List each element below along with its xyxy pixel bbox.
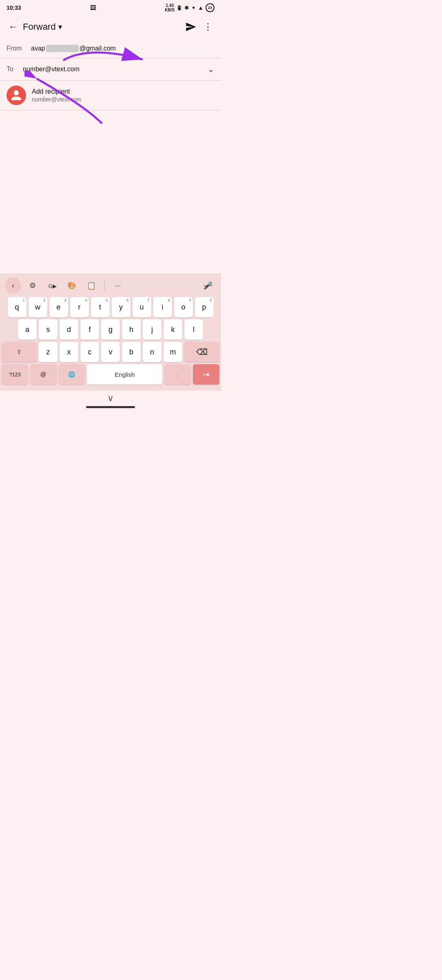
status-bar: 10:33 🖼 1.43 KB/S 📳 ✱ ▼ ▲ 23 xyxy=(0,0,221,15)
keyboard-clipboard-button[interactable]: 📋 xyxy=(83,277,99,294)
key-x[interactable]: x xyxy=(60,342,78,362)
email-blur xyxy=(46,45,79,52)
key-q[interactable]: 1q xyxy=(8,297,27,317)
keyboard-mic-off-button[interactable]: 🎤 xyxy=(200,277,216,294)
person-icon xyxy=(10,89,22,101)
expand-recipients-button[interactable]: ⌄ xyxy=(207,64,214,75)
key-y[interactable]: 6y xyxy=(112,297,130,317)
app-bar: ← Forward ▾ ⋮ xyxy=(0,15,221,39)
key-l[interactable]: l xyxy=(184,319,203,340)
key-n[interactable]: n xyxy=(143,342,161,362)
key-e[interactable]: 3e xyxy=(49,297,68,317)
keyboard-row-4: ?123 @ 🌐 English . ⇥ xyxy=(2,364,219,385)
keyboard-settings-button[interactable]: ⚙ xyxy=(24,277,41,294)
vibrate-icon: 📳 xyxy=(177,5,182,11)
dropdown-arrow-icon[interactable]: ▾ xyxy=(58,22,62,31)
from-email: avap@gmail.com xyxy=(31,45,116,52)
key-k[interactable]: k xyxy=(164,319,182,340)
keyboard-row-3: ⇧ z x c v b n m ⌫ xyxy=(2,342,219,362)
keyboard-theme-button[interactable]: 🎨 xyxy=(64,277,80,294)
key-u[interactable]: 7u xyxy=(133,297,151,317)
toolbar-divider xyxy=(104,280,105,291)
translate-icon: G▶ xyxy=(48,281,57,290)
app-title: Forward xyxy=(23,22,56,32)
key-delete[interactable]: ⌫ xyxy=(184,342,219,362)
to-row: To number@vtext.com ⌄ xyxy=(0,58,221,81)
key-s[interactable]: s xyxy=(39,319,57,340)
recipient-avatar xyxy=(7,86,26,105)
send-icon xyxy=(185,21,197,33)
key-r[interactable]: 4r xyxy=(70,297,89,317)
keyboard-dismiss-button[interactable]: ∨ xyxy=(107,393,114,404)
more-options-button[interactable]: ⋮ xyxy=(200,19,216,35)
keyboard-toolbar: ‹ ⚙ G▶ 🎨 📋 ··· 🎤 xyxy=(2,276,219,295)
key-d[interactable]: d xyxy=(60,319,78,340)
back-icon: ← xyxy=(9,22,18,32)
bottom-nav: ∨ xyxy=(0,391,221,404)
key-i[interactable]: 8i xyxy=(153,297,172,317)
key-period[interactable]: . xyxy=(164,364,191,385)
key-f[interactable]: f xyxy=(80,319,99,340)
compose-area[interactable] xyxy=(0,110,221,273)
key-o[interactable]: 9o xyxy=(174,297,193,317)
key-v[interactable]: v xyxy=(101,342,120,362)
more-icon: ⋮ xyxy=(203,22,212,32)
keyboard-translate-button[interactable]: G▶ xyxy=(44,277,60,294)
key-shift[interactable]: ⇧ xyxy=(2,342,37,362)
to-label: To xyxy=(7,66,23,73)
key-p[interactable]: 0p xyxy=(195,297,214,317)
key-h[interactable]: h xyxy=(122,319,141,340)
add-recipient-row[interactable]: Add recipient number@vtext.com xyxy=(0,81,221,110)
status-icons: 1.43 KB/S 📳 ✱ ▼ ▲ 23 xyxy=(165,3,214,12)
key-w[interactable]: 2w xyxy=(29,297,47,317)
email-prefix: avap xyxy=(31,45,45,52)
email-suffix: @gmail.com xyxy=(80,45,116,52)
wifi-icon: ▼ xyxy=(191,5,196,10)
key-globe[interactable]: 🌐 xyxy=(59,364,85,385)
keyboard-more-button[interactable]: ··· xyxy=(110,277,126,294)
recipient-name: Add recipient xyxy=(32,88,82,95)
to-recipient-value[interactable]: number@vtext.com xyxy=(23,66,207,73)
keyboard-back-button[interactable]: ‹ xyxy=(5,277,21,294)
signal-icon: ▲ xyxy=(198,4,203,11)
keyboard-container: ‹ ⚙ G▶ 🎨 📋 ··· 🎤 1q 2w 3e 4r 5t 6y 7u 8i xyxy=(0,273,221,391)
send-button[interactable] xyxy=(182,18,200,36)
from-label: From xyxy=(7,45,31,52)
key-space[interactable]: English xyxy=(87,364,162,385)
key-j[interactable]: j xyxy=(143,319,161,340)
key-t[interactable]: 5t xyxy=(91,297,110,317)
key-z[interactable]: z xyxy=(39,342,57,362)
svg-text:G▶: G▶ xyxy=(49,283,57,289)
key-a[interactable]: a xyxy=(18,319,37,340)
home-indicator xyxy=(86,406,135,408)
key-symbols[interactable]: ?123 xyxy=(2,364,28,385)
from-row: From avap@gmail.com xyxy=(0,39,221,58)
key-c[interactable]: c xyxy=(80,342,99,362)
key-b[interactable]: b xyxy=(122,342,141,362)
keyboard-row-2: a s d f g h j k l xyxy=(2,319,219,340)
key-g[interactable]: g xyxy=(101,319,120,340)
status-time: 10:33 xyxy=(7,4,21,11)
bluetooth-icon: ✱ xyxy=(184,4,189,11)
key-at[interactable]: @ xyxy=(30,364,57,385)
recipient-info: Add recipient number@vtext.com xyxy=(32,88,82,103)
recipient-email-detail: number@vtext.com xyxy=(32,96,82,103)
keyboard-row-1: 1q 2w 3e 4r 5t 6y 7u 8i 9o 0p xyxy=(2,297,219,317)
key-m[interactable]: m xyxy=(164,342,182,362)
key-return[interactable]: ⇥ xyxy=(193,364,219,385)
page-wrapper: 10:33 🖼 1.43 KB/S 📳 ✱ ▼ ▲ 23 ← Forward ▾… xyxy=(0,0,221,408)
status-speed: 1.43 KB/S xyxy=(165,3,175,12)
battery-indicator: 23 xyxy=(206,3,214,12)
back-button[interactable]: ← xyxy=(5,19,21,35)
photo-icon: 🖼 xyxy=(90,4,96,11)
